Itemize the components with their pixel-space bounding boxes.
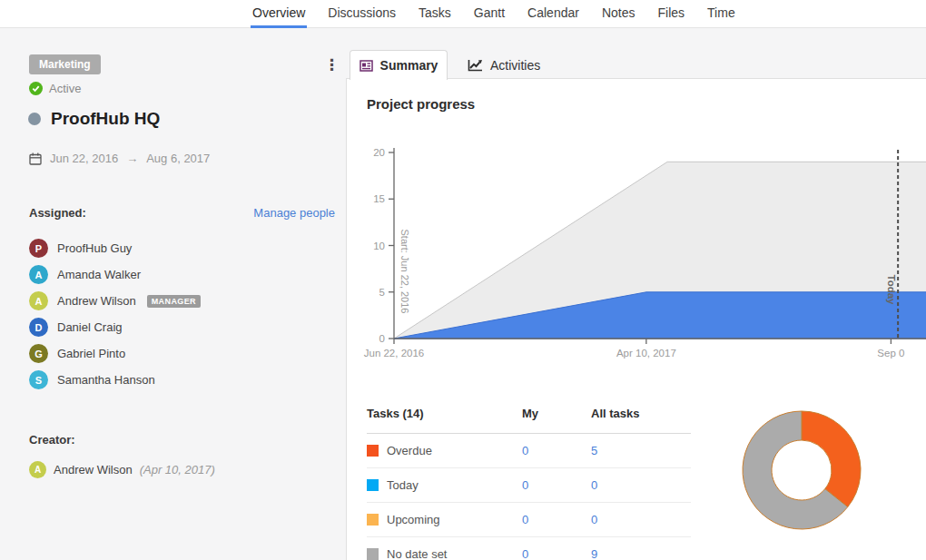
assigned-label: Assigned: <box>29 206 86 220</box>
creator-label: Creator: <box>29 433 75 447</box>
table-row-overdue: Overdue 0 5 <box>367 434 691 468</box>
tasks-table: Tasks (14) My All tasks Overdue 0 5 Toda… <box>367 402 691 560</box>
creator-row: A Andrew Wilson (Apr 10, 2017) <box>29 461 215 478</box>
avatar: P <box>29 239 48 258</box>
summary-icon <box>360 60 373 72</box>
row-label: Overdue <box>387 444 432 457</box>
project-status: Active <box>29 82 81 95</box>
svg-text:0: 0 <box>379 333 385 344</box>
proofhub-project-overview-page: Overview Discussions Tasks Gantt Calenda… <box>0 0 926 560</box>
category-badge: Marketing <box>29 54 101 74</box>
status-label: Active <box>49 82 81 95</box>
tab-summary[interactable]: Summary <box>350 50 448 80</box>
tab-activities[interactable]: Activities <box>458 50 549 80</box>
active-check-icon <box>29 82 43 95</box>
list-item-person[interactable]: D Daniel Craig <box>29 314 201 340</box>
creator-name[interactable]: Andrew Wilson <box>54 463 133 476</box>
person-name: ProofHub Guy <box>57 241 132 255</box>
svg-text:Jun 22, 2016: Jun 22, 2016 <box>364 348 425 359</box>
upcoming-swatch-icon <box>367 514 379 526</box>
svg-text:5: 5 <box>379 287 385 298</box>
avatar: D <box>29 318 48 337</box>
tasks-donut-chart <box>741 409 862 531</box>
person-name: Gabriel Pinto <box>57 347 125 360</box>
person-name: Amanda Walker <box>57 268 141 281</box>
person-name: Daniel Craig <box>57 320 123 334</box>
project-progress-area-chart: 05101520Jun 22, 2016Apr 10, 2017Sep 0Sta… <box>353 144 926 367</box>
row-label: Upcoming <box>387 513 440 526</box>
tab-activities-label: Activities <box>490 58 540 73</box>
list-item-person[interactable]: S Samantha Hanson <box>29 367 201 393</box>
tab-summary-label: Summary <box>380 58 438 73</box>
creator-date: (Apr 10, 2017) <box>140 463 215 476</box>
nav-tab-files[interactable]: Files <box>656 0 687 28</box>
list-item-person[interactable]: A Amanda Walker <box>29 261 201 288</box>
avatar: A <box>29 291 48 310</box>
overdue-my-count[interactable]: 0 <box>522 444 591 457</box>
nav-tab-time[interactable]: Time <box>705 0 737 28</box>
project-title-row: ProofHub HQ <box>28 109 160 129</box>
col-header-my: My <box>522 407 591 420</box>
svg-text:Sep 0: Sep 0 <box>877 348 904 359</box>
top-navigation-bar: Overview Discussions Tasks Gantt Calenda… <box>0 0 926 28</box>
nav-tab-notes[interactable]: Notes <box>600 0 637 28</box>
project-title: ProofHub HQ <box>51 109 160 129</box>
list-item-person[interactable]: P ProofHub Guy <box>29 235 201 261</box>
nav-tab-discussions[interactable]: Discussions <box>326 0 398 28</box>
today-swatch-icon <box>367 479 379 491</box>
table-row-upcoming: Upcoming 0 0 <box>367 503 691 537</box>
nav-tab-calendar[interactable]: Calendar <box>526 0 581 28</box>
upcoming-all-count[interactable]: 0 <box>591 513 691 526</box>
svg-text:15: 15 <box>373 193 385 204</box>
manager-badge: MANAGER <box>147 295 201 308</box>
table-row-today: Today 0 0 <box>367 468 691 503</box>
person-name: Samantha Hanson <box>57 373 155 387</box>
assigned-people-list: P ProofHub Guy A Amanda Walker A Andrew … <box>29 235 201 393</box>
project-sidebar: Marketing ⋮ Active ProofHub HQ Jun 22, 2… <box>0 28 346 560</box>
upcoming-my-count[interactable]: 0 <box>522 513 591 526</box>
overdue-all-count[interactable]: 5 <box>591 444 691 457</box>
manage-people-link[interactable]: Manage people <box>253 206 335 220</box>
main-content: Summary Activities Project progress 0510… <box>346 28 926 560</box>
col-header-tasks: Tasks (14) <box>367 407 522 420</box>
no-date-all-count[interactable]: 9 <box>591 547 691 560</box>
assigned-header: Assigned: Manage people <box>29 206 335 220</box>
project-dates: Jun 22, 2016 → Aug 6, 2017 <box>29 152 210 165</box>
start-date: Jun 22, 2016 <box>50 152 118 165</box>
svg-text:10: 10 <box>373 241 385 251</box>
section-title: Project progress <box>367 96 475 112</box>
project-color-dot-icon <box>28 113 41 125</box>
nav-tab-tasks[interactable]: Tasks <box>417 0 453 28</box>
row-label: Today <box>387 478 419 492</box>
avatar: A <box>29 265 48 284</box>
activities-chart-icon <box>468 59 483 72</box>
avatar: A <box>29 461 46 478</box>
no-date-swatch-icon <box>367 548 379 560</box>
summary-panel: Project progress 05101520Jun 22, 2016Apr… <box>346 78 926 560</box>
arrow-right-icon: → <box>126 152 138 165</box>
avatar: G <box>29 344 48 363</box>
today-all-count[interactable]: 0 <box>591 478 691 492</box>
calendar-icon <box>29 152 42 165</box>
overdue-swatch-icon <box>367 445 379 457</box>
nav-tab-overview[interactable]: Overview <box>251 0 307 28</box>
today-my-count[interactable]: 0 <box>522 478 591 492</box>
person-name: Andrew Wilson <box>57 294 136 308</box>
list-item-person[interactable]: A Andrew Wilson MANAGER <box>29 288 201 314</box>
svg-text:Start: Jun 22, 2016: Start: Jun 22, 2016 <box>399 230 410 314</box>
svg-text:Apr 10, 2017: Apr 10, 2017 <box>616 348 676 359</box>
tasks-table-header: Tasks (14) My All tasks <box>367 402 691 434</box>
nav-tab-gantt[interactable]: Gantt <box>472 0 507 28</box>
svg-text:20: 20 <box>373 147 385 158</box>
end-date: Aug 6, 2017 <box>146 152 210 165</box>
svg-text:Today: Today <box>886 274 897 305</box>
table-row-no-date-set: No date set 0 9 <box>367 537 691 560</box>
list-item-person[interactable]: G Gabriel Pinto <box>29 340 201 367</box>
no-date-my-count[interactable]: 0 <box>522 547 591 560</box>
kebab-menu-icon[interactable]: ⋮ <box>319 55 345 74</box>
nav-tabs: Overview Discussions Tasks Gantt Calenda… <box>0 0 926 28</box>
avatar: S <box>29 370 48 389</box>
row-label: No date set <box>387 547 448 560</box>
col-header-all-tasks: All tasks <box>591 407 691 420</box>
